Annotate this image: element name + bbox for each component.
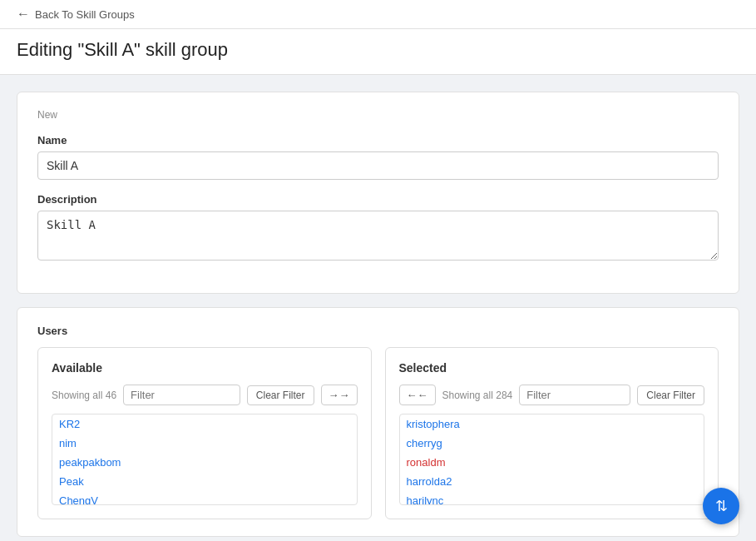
list-item[interactable]: kristophera [400, 414, 704, 434]
back-label: Back To Skill Groups [35, 8, 135, 21]
available-count: Showing all 46 [52, 390, 116, 401]
list-item[interactable]: cherryg [400, 434, 704, 453]
top-bar: ← Back To Skill Groups [0, 0, 756, 29]
users-label: Users [37, 325, 719, 337]
available-panel: Available Showing all 46 Clear Filter →→… [37, 347, 372, 519]
move-all-left-button[interactable]: ←← [399, 385, 436, 405]
selected-filter-bar: ←← Showing all 284 Clear Filter [399, 385, 705, 405]
list-item[interactable]: KR2 [52, 414, 357, 434]
selected-filter-input[interactable] [519, 385, 630, 405]
selected-list: kristopheracherrygronaldmharrolda2harily… [399, 414, 705, 505]
available-list: KR2nimpeakpakbomPeakChengVPetro [52, 414, 358, 505]
fab-button[interactable]: ⇅ [703, 488, 739, 524]
list-item[interactable]: Peak [52, 472, 357, 491]
list-item[interactable]: harilync [400, 491, 704, 505]
description-label: Description [37, 193, 719, 206]
available-clear-filter-button[interactable]: Clear Filter [247, 385, 314, 405]
selected-count: Showing all 284 [442, 390, 513, 401]
list-item[interactable]: ChengV [52, 491, 357, 505]
name-label: Name [37, 134, 719, 146]
available-filter-input[interactable] [123, 385, 240, 405]
available-title: Available [52, 361, 358, 375]
section-tag: New [37, 109, 719, 121]
page-header: Editing "Skill A" skill group [0, 29, 756, 75]
list-item[interactable]: harrolda2 [400, 472, 704, 491]
description-group: Description [37, 193, 719, 263]
list-item[interactable]: ronaldm [400, 453, 704, 472]
available-filter-bar: Showing all 46 Clear Filter →→ [52, 385, 358, 405]
transfer-container: Available Showing all 46 Clear Filter →→… [37, 347, 719, 519]
back-arrow-icon: ← [17, 7, 30, 22]
users-card: Users Available Showing all 46 Clear Fil… [17, 307, 739, 537]
form-card: New Name Description [17, 92, 739, 294]
move-all-right-button[interactable]: →→ [321, 385, 358, 405]
list-item[interactable]: nim [52, 434, 357, 453]
name-input[interactable] [37, 151, 719, 180]
page-title: Editing "Skill A" skill group [17, 39, 739, 61]
selected-title: Selected [399, 361, 705, 375]
selected-panel: Selected ←← Showing all 284 Clear Filter… [385, 347, 719, 519]
description-input[interactable] [37, 211, 719, 261]
fab-icon: ⇅ [715, 497, 728, 515]
selected-clear-filter-button[interactable]: Clear Filter [637, 385, 704, 405]
name-group: Name [37, 134, 719, 180]
back-link[interactable]: ← Back To Skill Groups [17, 7, 135, 22]
list-item[interactable]: peakpakbom [52, 453, 357, 472]
